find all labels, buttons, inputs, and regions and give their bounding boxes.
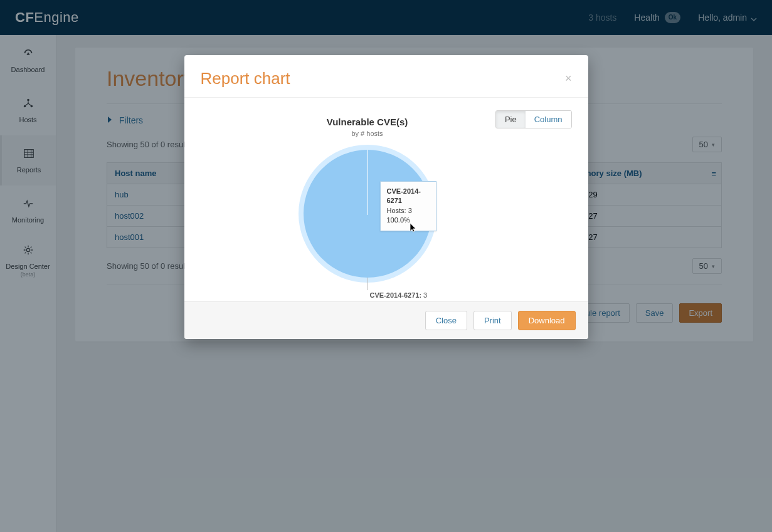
tooltip-pct: 100.0% — [387, 216, 430, 225]
modal-title: Report chart — [201, 69, 290, 88]
chart-tab-pie[interactable]: Pie — [496, 111, 526, 128]
modal-body: Pie Column Vulnerable CVE(s) by # hosts … — [184, 98, 588, 301]
chart-wrap: Vulnerable CVE(s) by # hosts CVE-2014-62… — [184, 117, 572, 283]
slice-label-val: 3 — [421, 291, 427, 299]
chart-subtitle: by # hosts — [351, 130, 383, 137]
pie-start-line — [367, 150, 368, 215]
slice-label-name: CVE-2014-6271: — [370, 291, 422, 299]
close-button[interactable]: Close — [425, 311, 467, 330]
download-button[interactable]: Download — [518, 311, 576, 330]
pie-slice-label: CVE-2014-6271: 3 — [370, 291, 428, 299]
chart-tab-column[interactable]: Column — [526, 111, 571, 128]
modal-overlay[interactable]: Report chart × Pie Column Vulnerable CVE… — [0, 0, 772, 532]
tooltip-title: CVE-2014-6271 — [387, 187, 430, 206]
modal-footer: Close Print Download — [184, 301, 588, 339]
modal-header: Report chart × — [184, 55, 588, 98]
tooltip-hosts: Hosts: 3 — [387, 206, 430, 216]
print-button[interactable]: Print — [473, 311, 512, 330]
chart-type-toggle: Pie Column — [495, 110, 572, 128]
leader-line — [367, 278, 368, 290]
chart-tooltip: CVE-2014-6271 Hosts: 3 100.0% — [380, 181, 436, 231]
chart-title: Vulnerable CVE(s) — [327, 117, 408, 127]
pie-chart[interactable]: CVE-2014-6271 Hosts: 3 100.0% CVE-2014-6… — [299, 145, 436, 283]
close-icon[interactable]: × — [565, 72, 572, 85]
report-chart-modal: Report chart × Pie Column Vulnerable CVE… — [184, 55, 588, 339]
